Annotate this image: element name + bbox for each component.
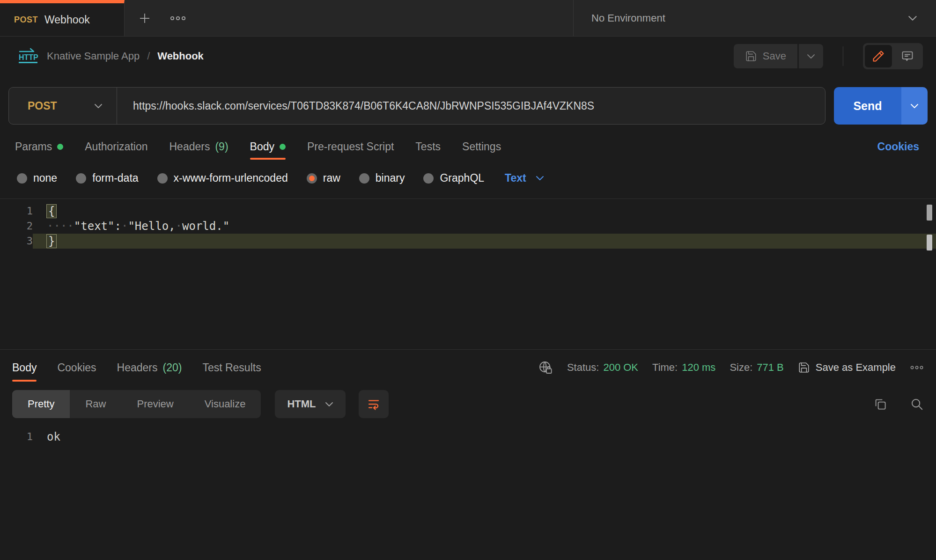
mode-label: x-www-form-urlencoded	[174, 172, 288, 184]
copy-icon	[873, 397, 887, 411]
response-tab-headers[interactable]: Headers (20)	[117, 361, 182, 374]
tab-label: Pre-request Script	[307, 140, 394, 153]
response-body-text: ok	[33, 428, 60, 445]
save-options-button[interactable]	[799, 44, 823, 68]
save-floppy-icon	[745, 50, 757, 62]
response-section: Body Cookies Headers (20) Test Results	[0, 349, 936, 445]
send-button[interactable]: Send	[834, 87, 901, 125]
tab-body[interactable]: Body	[250, 140, 286, 153]
response-tab-test-results[interactable]: Test Results	[202, 361, 261, 374]
tab-pre-request-script[interactable]: Pre-request Script	[307, 140, 394, 153]
response-tab-cookies[interactable]: Cookies	[57, 361, 96, 374]
request-tab-title: Webhook	[44, 14, 90, 26]
line-number: 1	[0, 428, 33, 445]
raw-language-dropdown[interactable]: Text	[505, 172, 544, 184]
editor-scrollbar-mark[interactable]	[927, 205, 932, 221]
documentation-controls	[863, 43, 923, 69]
breadcrumb-collection[interactable]: Knative Sample App	[47, 50, 140, 62]
tab-options-button[interactable]	[170, 15, 186, 21]
response-body-viewer[interactable]: 1 ok	[0, 428, 936, 445]
send-split-button: Send	[834, 87, 928, 125]
headers-count-badge: (9)	[215, 140, 228, 153]
tab-label: Body	[12, 361, 37, 374]
status-badge[interactable]: Status: 200 OK	[567, 361, 638, 374]
tab-tests[interactable]: Tests	[415, 140, 441, 153]
body-mode-binary[interactable]: binary	[359, 172, 405, 184]
save-split-button: Save	[734, 44, 823, 68]
tab-label: Tests	[415, 140, 441, 153]
tab-bar: POST Webhook No Environment	[0, 0, 936, 37]
view-preview-button[interactable]: Preview	[121, 390, 189, 418]
body-mode-raw[interactable]: raw	[307, 172, 340, 184]
response-options-button[interactable]	[910, 365, 924, 370]
comment-bubble-icon	[901, 50, 914, 63]
body-mode-form-data[interactable]: form-data	[76, 172, 138, 184]
copy-button[interactable]	[873, 397, 887, 411]
chevron-down-icon	[94, 103, 103, 109]
comment-button[interactable]	[894, 45, 921, 67]
body-mode-graphql[interactable]: GraphQL	[423, 172, 484, 184]
tab-label: Cookies	[57, 361, 96, 374]
chevron-down-icon	[325, 402, 333, 407]
edit-button[interactable]	[865, 45, 892, 67]
bracket-highlight: }	[47, 235, 56, 248]
save-button[interactable]: Save	[734, 44, 797, 68]
view-raw-button[interactable]: Raw	[70, 390, 121, 418]
save-as-example-button[interactable]: Save as Example	[798, 361, 896, 374]
view-pretty-button[interactable]: Pretty	[12, 390, 70, 418]
radio-selected-icon	[307, 173, 317, 184]
request-tabs: Params Authorization Headers (9) Body Pr…	[0, 140, 936, 153]
request-url-bar: POST	[8, 87, 825, 125]
editor-scrollbar-mark[interactable]	[927, 235, 932, 251]
request-header: HTTP Knative Sample App / Webhook Save	[0, 37, 936, 76]
body-green-dot	[280, 144, 286, 150]
environment-selector[interactable]: No Environment	[573, 0, 936, 36]
body-mode-x-www-form-urlencoded[interactable]: x-www-form-urlencoded	[157, 172, 288, 184]
tab-authorization[interactable]: Authorization	[85, 140, 147, 153]
more-options-icon	[910, 365, 924, 370]
size-badge[interactable]: Size: 771 B	[730, 361, 783, 374]
response-header: Body Cookies Headers (20) Test Results	[0, 350, 936, 385]
tab-headers[interactable]: Headers (9)	[170, 140, 228, 153]
method-dropdown[interactable]: POST	[9, 88, 117, 124]
response-body-actions	[873, 397, 924, 411]
editor-line[interactable]: 1 {	[0, 204, 936, 219]
view-visualize-button[interactable]: Visualize	[189, 390, 261, 418]
response-meta: Status: 200 OK Time: 120 ms Size: 771 B …	[538, 360, 924, 375]
response-tab-body[interactable]: Body	[12, 361, 37, 374]
status-value: 200 OK	[603, 361, 638, 374]
globe-lock-icon[interactable]	[538, 360, 553, 375]
time-label: Time:	[652, 361, 678, 374]
divider	[843, 46, 843, 66]
line-number: 3	[0, 234, 33, 249]
url-input[interactable]	[117, 100, 825, 112]
time-value: 120 ms	[682, 361, 715, 374]
whitespace-dots: ·	[176, 220, 182, 233]
line-content: }	[33, 234, 936, 249]
request-tab[interactable]: POST Webhook	[0, 0, 125, 36]
editor-line[interactable]: 2 ····"text":·"Hello,·world."	[0, 219, 936, 234]
tab-label: Headers	[170, 140, 210, 153]
body-mode-selector: none form-data x-www-form-urlencoded raw…	[0, 172, 936, 184]
tab-settings[interactable]: Settings	[462, 140, 501, 153]
time-badge[interactable]: Time: 120 ms	[652, 361, 715, 374]
breadcrumb-separator: /	[147, 50, 150, 62]
response-view-controls: Pretty Raw Preview Visualize HTML	[0, 385, 936, 418]
code-text: "text":	[74, 220, 121, 233]
editor-line-current[interactable]: 3 }	[0, 234, 936, 249]
body-mode-none[interactable]: none	[17, 172, 57, 184]
wrap-text-button[interactable]	[359, 390, 389, 418]
new-tab-button[interactable]	[138, 11, 152, 25]
search-button[interactable]	[910, 397, 924, 411]
raw-language-label: Text	[505, 172, 526, 184]
response-format-dropdown[interactable]: HTML	[275, 390, 346, 418]
http-request-icon: HTTP	[16, 47, 39, 65]
chevron-down-icon	[910, 103, 919, 109]
size-value: 771 B	[757, 361, 784, 374]
tab-params[interactable]: Params	[15, 140, 63, 153]
status-label: Status:	[567, 361, 599, 374]
cookies-link[interactable]: Cookies	[877, 140, 919, 153]
send-options-button[interactable]	[901, 87, 928, 125]
request-body-editor[interactable]: 1 { 2 ····"text":·"Hello,·world." 3 }	[0, 199, 936, 349]
response-view-switch: Pretty Raw Preview Visualize	[12, 390, 261, 418]
